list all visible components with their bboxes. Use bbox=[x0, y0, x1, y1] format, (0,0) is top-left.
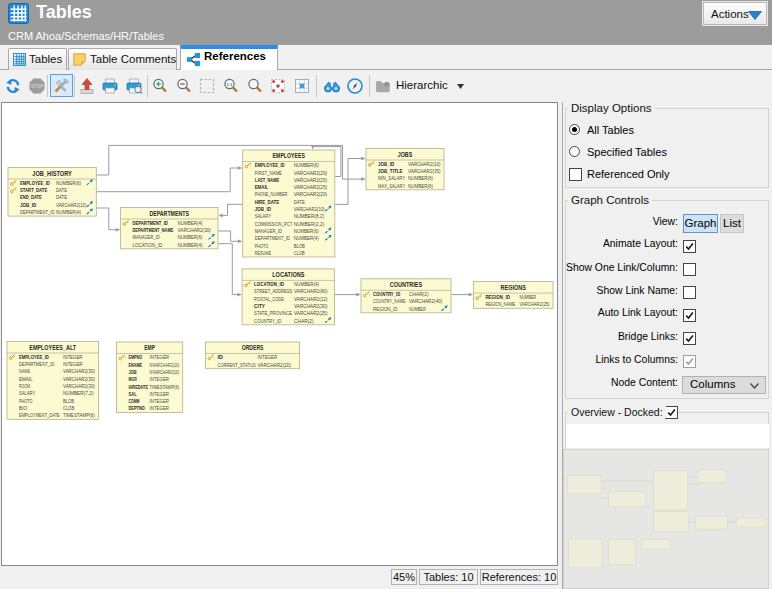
svg-text:CLOB: CLOB bbox=[294, 250, 305, 256]
svg-text:VARCHAR2(40): VARCHAR2(40) bbox=[409, 298, 443, 304]
svg-text:NUMBER(4): NUMBER(4) bbox=[178, 220, 203, 226]
svg-text:NUMBER(7,2): NUMBER(7,2) bbox=[63, 390, 94, 396]
svg-text:END_DATE: END_DATE bbox=[20, 194, 42, 200]
svg-text:JOB_ID: JOB_ID bbox=[20, 202, 36, 208]
svg-text:LAST_NAME: LAST_NAME bbox=[255, 177, 280, 183]
svg-text:TIMESTAMP(6): TIMESTAMP(6) bbox=[63, 412, 95, 418]
svg-text:EMPLOYEES: EMPLOYEES bbox=[273, 152, 306, 159]
svg-text:INTEGER: INTEGER bbox=[150, 405, 170, 411]
svg-text:INTEGER: INTEGER bbox=[63, 361, 83, 367]
svg-text:DEPTNO: DEPTNO bbox=[129, 405, 146, 411]
svg-text:NUMBER(4): NUMBER(4) bbox=[294, 235, 319, 241]
svg-text:DATE: DATE bbox=[294, 199, 305, 205]
svg-text:JOBS: JOBS bbox=[398, 151, 413, 158]
svg-text:DEPARTMENT_ID: DEPARTMENT_ID bbox=[19, 361, 54, 367]
svg-text:STATE_PROVINCE: STATE_PROVINCE bbox=[254, 310, 292, 316]
svg-text:NUMBER(6): NUMBER(6) bbox=[408, 175, 433, 181]
svg-text:BIO: BIO bbox=[19, 405, 28, 411]
svg-text:STREET_ADDRESS: STREET_ADDRESS bbox=[254, 288, 292, 294]
svg-text:ROOM: ROOM bbox=[19, 383, 30, 389]
svg-text:MAX_SALARY: MAX_SALARY bbox=[378, 183, 405, 189]
svg-text:MIN_SALARY: MIN_SALARY bbox=[378, 175, 405, 181]
svg-text:DEPARTMENT_ID: DEPARTMENT_ID bbox=[255, 235, 290, 241]
svg-text:VARCHAR2(25): VARCHAR2(25) bbox=[519, 301, 549, 307]
svg-text:COUNTRIES: COUNTRIES bbox=[390, 281, 423, 288]
svg-text:NUMBER(4): NUMBER(4) bbox=[294, 281, 319, 287]
svg-text:START_DATE: START_DATE bbox=[20, 187, 47, 193]
svg-text:BLOB: BLOB bbox=[294, 243, 305, 249]
svg-text:HIREDATE: HIREDATE bbox=[129, 384, 149, 390]
svg-text:MANAGER_ID: MANAGER_ID bbox=[133, 234, 160, 240]
svg-text:VARCHAR2(20): VARCHAR2(20) bbox=[258, 362, 292, 368]
svg-text:BLOB: BLOB bbox=[63, 398, 74, 404]
svg-text:NUMBER(8,2): NUMBER(8,2) bbox=[294, 213, 325, 219]
svg-text:VARCHAR2(10): VARCHAR2(10) bbox=[294, 206, 325, 212]
svg-text:EMAIL: EMAIL bbox=[19, 376, 33, 382]
svg-text:JOB: JOB bbox=[129, 369, 137, 375]
svg-text:DATE: DATE bbox=[56, 194, 67, 200]
svg-text:NUMBER(6): NUMBER(6) bbox=[178, 234, 203, 240]
svg-text:DEPARTMENT_NAME: DEPARTMENT_NAME bbox=[133, 227, 174, 233]
svg-text:ENAME: ENAME bbox=[129, 362, 143, 368]
svg-text:EMAIL: EMAIL bbox=[255, 184, 269, 190]
svg-text:SAL: SAL bbox=[129, 391, 138, 397]
svg-text:VARCHAR2(20): VARCHAR2(20) bbox=[294, 170, 328, 176]
svg-text:VARCHAR2(10): VARCHAR2(10) bbox=[56, 202, 86, 208]
svg-text:JOB_ID: JOB_ID bbox=[378, 161, 394, 167]
svg-text:CHAR(2): CHAR(2) bbox=[294, 318, 314, 324]
svg-text:NUMBER(6): NUMBER(6) bbox=[294, 162, 319, 168]
svg-text:TIMESTAMP(6): TIMESTAMP(6) bbox=[150, 384, 180, 390]
svg-text:COUNTRY_ID: COUNTRY_ID bbox=[254, 318, 281, 324]
svg-text:FIRST_NAME: FIRST_NAME bbox=[255, 170, 282, 176]
svg-text:CURRENT_STATUS: CURRENT_STATUS bbox=[218, 362, 256, 368]
svg-text:NVARCHAR2(10): NVARCHAR2(10) bbox=[150, 362, 180, 368]
svg-text:PHOTO: PHOTO bbox=[255, 243, 269, 249]
svg-text:EMPNO: EMPNO bbox=[129, 354, 143, 360]
svg-text:VARCHAR2(25): VARCHAR2(25) bbox=[294, 177, 328, 183]
svg-text:VARCHAR2(30): VARCHAR2(30) bbox=[63, 368, 95, 374]
svg-text:INTEGER: INTEGER bbox=[150, 391, 170, 397]
svg-text:EMPLOYMENT_DATE: EMPLOYMENT_DATE bbox=[19, 412, 60, 418]
svg-text:INTEGER: INTEGER bbox=[150, 398, 170, 404]
svg-text:LOCATION_ID: LOCATION_ID bbox=[254, 281, 284, 287]
svg-text:NUMBER(6): NUMBER(6) bbox=[408, 183, 433, 189]
svg-text:SALARY: SALARY bbox=[19, 390, 35, 396]
svg-text:RESUME: RESUME bbox=[255, 250, 271, 256]
svg-text:COUNTRY_ID: COUNTRY_ID bbox=[373, 291, 400, 297]
svg-text:NUMBER: NUMBER bbox=[409, 306, 426, 312]
svg-text:NAME: NAME bbox=[19, 368, 30, 374]
svg-text:NVARCHAR2(10): NVARCHAR2(10) bbox=[150, 369, 180, 375]
svg-text:EMPLOYEES_ALT: EMPLOYEES_ALT bbox=[29, 344, 76, 351]
svg-text:DATE: DATE bbox=[56, 187, 67, 193]
svg-text:SALARY: SALARY bbox=[255, 213, 271, 219]
svg-text:REGION_NAME: REGION_NAME bbox=[485, 301, 515, 307]
svg-text:VARCHAR2(10): VARCHAR2(10) bbox=[408, 161, 441, 167]
svg-text:INTEGER: INTEGER bbox=[150, 354, 170, 360]
svg-text:CITY: CITY bbox=[254, 303, 265, 309]
svg-text:ORDERS: ORDERS bbox=[242, 344, 264, 351]
svg-text:CHAR(2): CHAR(2) bbox=[409, 291, 429, 297]
svg-text:POSTAL_CODE: POSTAL_CODE bbox=[254, 296, 284, 302]
svg-text:NUMBER(4): NUMBER(4) bbox=[56, 209, 81, 215]
svg-text:CLOB: CLOB bbox=[63, 405, 74, 411]
svg-text:DEPARTMENTS: DEPARTMENTS bbox=[149, 210, 189, 217]
svg-text:INTEGER: INTEGER bbox=[258, 354, 278, 360]
svg-text:NUMBER(4): NUMBER(4) bbox=[178, 242, 203, 248]
svg-text:INTEGER: INTEGER bbox=[63, 354, 83, 360]
svg-text:EMP: EMP bbox=[144, 344, 155, 351]
svg-text:JOB_ID: JOB_ID bbox=[255, 206, 271, 212]
svg-text:VARCHAR2(25): VARCHAR2(25) bbox=[294, 184, 328, 190]
svg-text:REGION_ID: REGION_ID bbox=[373, 306, 398, 312]
svg-text:EMPLOYEE_ID: EMPLOYEE_ID bbox=[19, 354, 49, 360]
svg-text:JOB_HISTORY: JOB_HISTORY bbox=[32, 170, 72, 177]
svg-text:COMM: COMM bbox=[129, 398, 140, 404]
svg-text:STOP: STOP bbox=[31, 84, 43, 89]
svg-text:DEPARTMENT_ID: DEPARTMENT_ID bbox=[20, 209, 55, 215]
svg-text:VARCHAR2(30): VARCHAR2(30) bbox=[63, 383, 95, 389]
svg-text:NUMBER: NUMBER bbox=[519, 294, 536, 300]
svg-text:COUNTRY_NAME: COUNTRY_NAME bbox=[373, 298, 406, 304]
svg-text:DEPARTMENT_ID: DEPARTMENT_ID bbox=[133, 220, 168, 226]
svg-text:PHONE_NUMBER: PHONE_NUMBER bbox=[255, 191, 288, 197]
svg-text:VARCHAR2(30): VARCHAR2(30) bbox=[294, 303, 328, 309]
svg-text:ID: ID bbox=[218, 354, 223, 360]
